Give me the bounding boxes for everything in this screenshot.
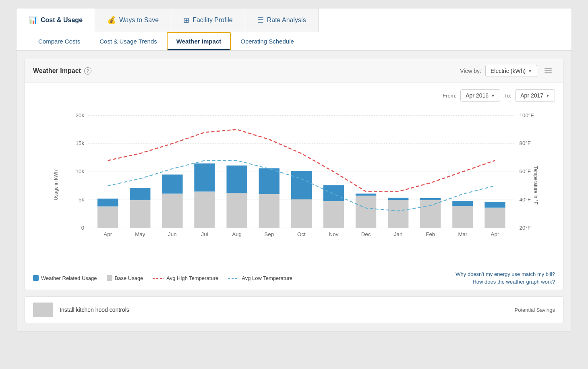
svg-text:100°F: 100°F (520, 112, 534, 118)
weather-impact-card: Weather Impact ? View by: Electric (kWh)… (25, 59, 563, 290)
svg-text:Mar: Mar (458, 231, 468, 237)
legend-base-label: Base Usage (115, 275, 143, 281)
from-date-dropdown[interactable]: Apr 2016 ▼ (460, 89, 500, 102)
chart-title: Weather Impact (33, 67, 81, 75)
tab-ways-to-save-label: Ways to Save (119, 17, 159, 24)
bar-weather-7 (323, 185, 344, 201)
legend-avg-high-temp: Avg High Temperature (153, 275, 218, 281)
energy-bill-link[interactable]: Why doesn't my energy use match my bill? (455, 271, 555, 277)
svg-text:80°F: 80°F (520, 140, 531, 146)
bar-weather-5 (259, 168, 280, 194)
svg-text:Aug: Aug (232, 231, 242, 237)
svg-text:40°F: 40°F (520, 197, 531, 203)
subtab-weather-impact[interactable]: Weather Impact (167, 32, 231, 50)
svg-text:5k: 5k (79, 197, 84, 203)
svg-text:15k: 15k (76, 140, 85, 146)
subtab-cost-usage-trends[interactable]: Cost & Usage Trends (90, 32, 167, 50)
chart-wrapper: Usage in kWh Temperature in °F 20k 15k 1… (61, 108, 531, 262)
tab-ways-to-save[interactable]: 💰 Ways to Save (95, 8, 171, 32)
bottom-card-icon (33, 303, 53, 317)
svg-text:Apr: Apr (491, 231, 499, 237)
bar-base-12 (484, 208, 505, 228)
dropdown-arrow: ▼ (528, 69, 532, 73)
bottom-card-title: Install kitchen hood controls (60, 307, 129, 313)
legend-low-temp-label: Avg Low Temperature (242, 275, 292, 281)
legend-avg-low-temp: Avg Low Temperature (228, 275, 292, 281)
legend-links: Why doesn't my energy use match my bill?… (455, 271, 555, 285)
legend-high-temp-line (153, 278, 164, 279)
svg-text:0: 0 (81, 225, 84, 231)
bar-base-10 (420, 200, 441, 228)
main-content: Weather Impact ? View by: Electric (kWh)… (17, 51, 571, 331)
bar-base-9 (388, 200, 408, 228)
bar-weather-8 (356, 194, 376, 196)
svg-text:Jan: Jan (394, 231, 403, 237)
legend-base-usage: Base Usage (107, 275, 143, 281)
legend-high-temp-label: Avg High Temperature (166, 275, 218, 281)
rate-analysis-icon: ☰ (257, 16, 264, 25)
chart-body: From: Apr 2016 ▼ To: Apr 2017 ▼ Usage in… (25, 83, 563, 266)
view-by-dropdown[interactable]: Electric (kWh) ▼ (485, 65, 537, 77)
svg-text:Oct: Oct (297, 231, 306, 237)
svg-text:60°F: 60°F (520, 168, 531, 174)
weather-graph-link[interactable]: How does the weather graph work? (472, 279, 555, 285)
bar-weather-2 (162, 174, 182, 193)
legend-weather-color (33, 275, 39, 281)
y-axis-right-label: Temperature in °F (533, 166, 538, 205)
chart-controls: View by: Electric (kWh) ▼ (460, 65, 555, 77)
main-chart-svg: 20k 15k 10k 5k 0 (61, 108, 531, 261)
bar-base-11 (452, 206, 473, 228)
svg-text:10k: 10k (76, 168, 85, 174)
from-label: From: (443, 93, 456, 99)
bar-base-0 (97, 206, 118, 228)
y-axis-left-label: Usage in kWh (53, 170, 59, 200)
help-icon[interactable]: ? (84, 67, 91, 75)
bar-weather-12 (484, 202, 505, 207)
to-arrow: ▼ (546, 93, 550, 98)
svg-text:Nov: Nov (329, 231, 339, 237)
bar-base-3 (194, 191, 215, 228)
date-range-row: From: Apr 2016 ▼ To: Apr 2017 ▼ (33, 89, 555, 102)
facility-profile-icon: ⊞ (183, 16, 189, 25)
chart-legend: Weather Related Usage Base Usage Avg Hig… (25, 266, 563, 290)
chart-header: Weather Impact ? View by: Electric (kWh)… (25, 59, 563, 83)
svg-text:Sep: Sep (264, 231, 274, 237)
tab-cost-usage-label: Cost & Usage (41, 17, 83, 24)
view-by-label: View by: (460, 68, 481, 74)
tab-facility-profile-label: Facility Profile (193, 17, 233, 24)
bar-base-1 (130, 200, 150, 228)
to-label: To: (504, 93, 511, 99)
bar-base-7 (323, 201, 344, 228)
bar-weather-1 (130, 188, 150, 200)
subtab-compare-costs[interactable]: Compare Costs (29, 32, 90, 50)
bar-weather-6 (291, 171, 312, 199)
bottom-card-savings: Potential Savings (515, 307, 555, 313)
bar-weather-0 (97, 199, 118, 207)
legend-weather-usage: Weather Related Usage (33, 275, 97, 281)
bar-weather-4 (226, 166, 247, 193)
svg-text:Apr: Apr (104, 231, 112, 237)
menu-icon[interactable] (541, 66, 555, 76)
top-nav: 📊 Cost & Usage 💰 Ways to Save ⊞ Facility… (17, 8, 571, 32)
bar-base-8 (356, 196, 376, 228)
bottom-card: Install kitchen hood controls Potential … (25, 296, 563, 323)
svg-text:Feb: Feb (426, 231, 435, 237)
bar-weather-10 (420, 198, 441, 200)
bar-weather-11 (452, 201, 473, 206)
to-date-dropdown[interactable]: Apr 2017 ▼ (515, 89, 555, 102)
bar-base-6 (291, 199, 312, 228)
svg-text:20°F: 20°F (520, 225, 531, 231)
chart-title-area: Weather Impact ? (33, 67, 91, 75)
tab-rate-analysis[interactable]: ☰ Rate Analysis (245, 8, 319, 32)
svg-text:Dec: Dec (361, 231, 371, 237)
tab-cost-usage[interactable]: 📊 Cost & Usage (17, 8, 95, 32)
tab-rate-analysis-label: Rate Analysis (267, 17, 306, 24)
subtab-operating-schedule[interactable]: Operating Schedule (231, 32, 304, 50)
bar-base-5 (259, 194, 280, 228)
svg-text:Jun: Jun (168, 231, 177, 237)
legend-low-temp-line (228, 278, 239, 279)
cost-usage-icon: 📊 (29, 16, 37, 25)
bar-weather-9 (388, 198, 408, 200)
tab-facility-profile[interactable]: ⊞ Facility Profile (171, 8, 245, 32)
bar-base-2 (162, 194, 182, 228)
